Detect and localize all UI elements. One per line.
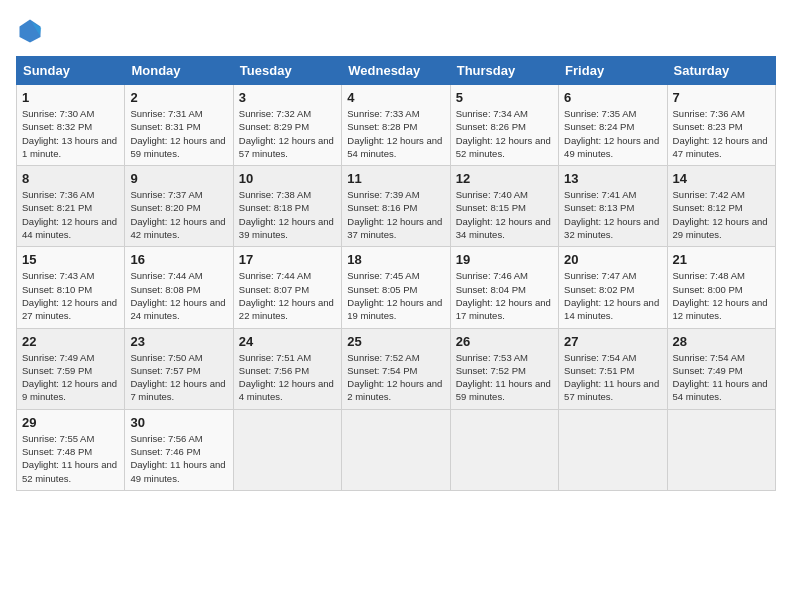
day-info: Sunrise: 7:46 AM Sunset: 8:04 PM Dayligh… bbox=[456, 269, 553, 322]
sunrise-text: Sunrise: 7:45 AM bbox=[347, 269, 444, 282]
header-wednesday: Wednesday bbox=[342, 57, 450, 85]
sunset-text: Sunset: 7:46 PM bbox=[130, 445, 227, 458]
sunrise-text: Sunrise: 7:52 AM bbox=[347, 351, 444, 364]
calendar-cell: 9 Sunrise: 7:37 AM Sunset: 8:20 PM Dayli… bbox=[125, 166, 233, 247]
sunset-text: Sunset: 8:07 PM bbox=[239, 283, 336, 296]
day-number: 6 bbox=[564, 90, 661, 105]
calendar-cell bbox=[342, 409, 450, 490]
day-number: 10 bbox=[239, 171, 336, 186]
sunset-text: Sunset: 7:52 PM bbox=[456, 364, 553, 377]
calendar-row: 15 Sunrise: 7:43 AM Sunset: 8:10 PM Dayl… bbox=[17, 247, 776, 328]
header-monday: Monday bbox=[125, 57, 233, 85]
calendar-cell: 27 Sunrise: 7:54 AM Sunset: 7:51 PM Dayl… bbox=[559, 328, 667, 409]
calendar-cell: 25 Sunrise: 7:52 AM Sunset: 7:54 PM Dayl… bbox=[342, 328, 450, 409]
sunset-text: Sunset: 7:56 PM bbox=[239, 364, 336, 377]
daylight-text: Daylight: 12 hours and 44 minutes. bbox=[22, 215, 119, 242]
sunrise-text: Sunrise: 7:32 AM bbox=[239, 107, 336, 120]
day-info: Sunrise: 7:52 AM Sunset: 7:54 PM Dayligh… bbox=[347, 351, 444, 404]
sunset-text: Sunset: 8:18 PM bbox=[239, 201, 336, 214]
sunrise-text: Sunrise: 7:36 AM bbox=[673, 107, 770, 120]
sunrise-text: Sunrise: 7:55 AM bbox=[22, 432, 119, 445]
daylight-text: Daylight: 12 hours and 4 minutes. bbox=[239, 377, 336, 404]
sunset-text: Sunset: 8:04 PM bbox=[456, 283, 553, 296]
day-info: Sunrise: 7:49 AM Sunset: 7:59 PM Dayligh… bbox=[22, 351, 119, 404]
sunset-text: Sunset: 7:48 PM bbox=[22, 445, 119, 458]
daylight-text: Daylight: 11 hours and 54 minutes. bbox=[673, 377, 770, 404]
sunrise-text: Sunrise: 7:36 AM bbox=[22, 188, 119, 201]
day-number: 1 bbox=[22, 90, 119, 105]
sunrise-text: Sunrise: 7:38 AM bbox=[239, 188, 336, 201]
calendar-cell bbox=[667, 409, 775, 490]
day-info: Sunrise: 7:31 AM Sunset: 8:31 PM Dayligh… bbox=[130, 107, 227, 160]
day-info: Sunrise: 7:56 AM Sunset: 7:46 PM Dayligh… bbox=[130, 432, 227, 485]
sunrise-text: Sunrise: 7:35 AM bbox=[564, 107, 661, 120]
daylight-text: Daylight: 12 hours and 49 minutes. bbox=[564, 134, 661, 161]
day-info: Sunrise: 7:42 AM Sunset: 8:12 PM Dayligh… bbox=[673, 188, 770, 241]
day-number: 11 bbox=[347, 171, 444, 186]
calendar-cell: 6 Sunrise: 7:35 AM Sunset: 8:24 PM Dayli… bbox=[559, 85, 667, 166]
calendar-cell: 30 Sunrise: 7:56 AM Sunset: 7:46 PM Dayl… bbox=[125, 409, 233, 490]
day-number: 22 bbox=[22, 334, 119, 349]
day-info: Sunrise: 7:36 AM Sunset: 8:23 PM Dayligh… bbox=[673, 107, 770, 160]
day-number: 13 bbox=[564, 171, 661, 186]
sunset-text: Sunset: 8:13 PM bbox=[564, 201, 661, 214]
calendar-cell: 29 Sunrise: 7:55 AM Sunset: 7:48 PM Dayl… bbox=[17, 409, 125, 490]
sunset-text: Sunset: 8:21 PM bbox=[22, 201, 119, 214]
sunrise-text: Sunrise: 7:50 AM bbox=[130, 351, 227, 364]
day-number: 8 bbox=[22, 171, 119, 186]
calendar-cell: 15 Sunrise: 7:43 AM Sunset: 8:10 PM Dayl… bbox=[17, 247, 125, 328]
day-number: 23 bbox=[130, 334, 227, 349]
day-number: 7 bbox=[673, 90, 770, 105]
day-info: Sunrise: 7:50 AM Sunset: 7:57 PM Dayligh… bbox=[130, 351, 227, 404]
calendar-cell: 8 Sunrise: 7:36 AM Sunset: 8:21 PM Dayli… bbox=[17, 166, 125, 247]
calendar-cell: 21 Sunrise: 7:48 AM Sunset: 8:00 PM Dayl… bbox=[667, 247, 775, 328]
sunrise-text: Sunrise: 7:53 AM bbox=[456, 351, 553, 364]
daylight-text: Daylight: 12 hours and 57 minutes. bbox=[239, 134, 336, 161]
day-info: Sunrise: 7:37 AM Sunset: 8:20 PM Dayligh… bbox=[130, 188, 227, 241]
day-number: 3 bbox=[239, 90, 336, 105]
day-number: 19 bbox=[456, 252, 553, 267]
day-number: 15 bbox=[22, 252, 119, 267]
day-number: 18 bbox=[347, 252, 444, 267]
sunrise-text: Sunrise: 7:37 AM bbox=[130, 188, 227, 201]
sunset-text: Sunset: 8:24 PM bbox=[564, 120, 661, 133]
sunrise-text: Sunrise: 7:47 AM bbox=[564, 269, 661, 282]
sunset-text: Sunset: 8:31 PM bbox=[130, 120, 227, 133]
day-number: 20 bbox=[564, 252, 661, 267]
calendar-cell: 5 Sunrise: 7:34 AM Sunset: 8:26 PM Dayli… bbox=[450, 85, 558, 166]
day-info: Sunrise: 7:36 AM Sunset: 8:21 PM Dayligh… bbox=[22, 188, 119, 241]
day-info: Sunrise: 7:39 AM Sunset: 8:16 PM Dayligh… bbox=[347, 188, 444, 241]
sunrise-text: Sunrise: 7:43 AM bbox=[22, 269, 119, 282]
logo-icon bbox=[16, 16, 44, 44]
header-saturday: Saturday bbox=[667, 57, 775, 85]
day-info: Sunrise: 7:45 AM Sunset: 8:05 PM Dayligh… bbox=[347, 269, 444, 322]
daylight-text: Daylight: 12 hours and 14 minutes. bbox=[564, 296, 661, 323]
daylight-text: Daylight: 11 hours and 52 minutes. bbox=[22, 458, 119, 485]
day-info: Sunrise: 7:54 AM Sunset: 7:51 PM Dayligh… bbox=[564, 351, 661, 404]
daylight-text: Daylight: 12 hours and 32 minutes. bbox=[564, 215, 661, 242]
day-number: 27 bbox=[564, 334, 661, 349]
daylight-text: Daylight: 12 hours and 29 minutes. bbox=[673, 215, 770, 242]
day-number: 17 bbox=[239, 252, 336, 267]
calendar-row: 1 Sunrise: 7:30 AM Sunset: 8:32 PM Dayli… bbox=[17, 85, 776, 166]
sunrise-text: Sunrise: 7:54 AM bbox=[564, 351, 661, 364]
sunset-text: Sunset: 8:16 PM bbox=[347, 201, 444, 214]
daylight-text: Daylight: 13 hours and 1 minute. bbox=[22, 134, 119, 161]
sunset-text: Sunset: 8:05 PM bbox=[347, 283, 444, 296]
daylight-text: Daylight: 12 hours and 42 minutes. bbox=[130, 215, 227, 242]
daylight-text: Daylight: 12 hours and 34 minutes. bbox=[456, 215, 553, 242]
day-number: 25 bbox=[347, 334, 444, 349]
calendar-cell: 7 Sunrise: 7:36 AM Sunset: 8:23 PM Dayli… bbox=[667, 85, 775, 166]
day-number: 28 bbox=[673, 334, 770, 349]
day-number: 24 bbox=[239, 334, 336, 349]
sunrise-text: Sunrise: 7:33 AM bbox=[347, 107, 444, 120]
daylight-text: Daylight: 12 hours and 12 minutes. bbox=[673, 296, 770, 323]
calendar-cell: 18 Sunrise: 7:45 AM Sunset: 8:05 PM Dayl… bbox=[342, 247, 450, 328]
day-number: 5 bbox=[456, 90, 553, 105]
sunrise-text: Sunrise: 7:44 AM bbox=[130, 269, 227, 282]
day-info: Sunrise: 7:51 AM Sunset: 7:56 PM Dayligh… bbox=[239, 351, 336, 404]
sunrise-text: Sunrise: 7:49 AM bbox=[22, 351, 119, 364]
weekday-header-row: Sunday Monday Tuesday Wednesday Thursday… bbox=[17, 57, 776, 85]
sunset-text: Sunset: 8:02 PM bbox=[564, 283, 661, 296]
day-info: Sunrise: 7:48 AM Sunset: 8:00 PM Dayligh… bbox=[673, 269, 770, 322]
